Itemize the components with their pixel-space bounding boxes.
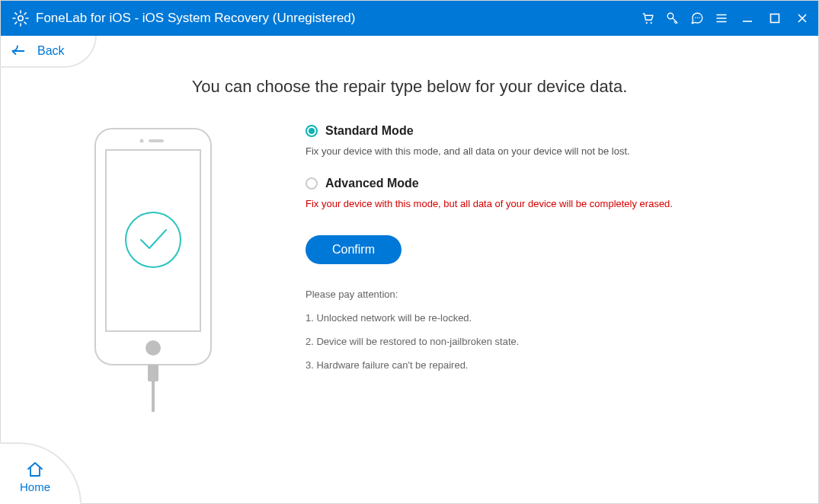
advanced-mode-label: Advanced Mode bbox=[325, 177, 419, 190]
advanced-mode-option[interactable]: Advanced Mode bbox=[306, 177, 773, 190]
back-arrow-icon bbox=[10, 45, 25, 57]
back-button[interactable]: Back bbox=[0, 36, 97, 68]
standard-mode-description: Fix your device with this mode, and all … bbox=[306, 145, 773, 157]
svg-point-0 bbox=[18, 16, 23, 21]
home-icon bbox=[26, 461, 44, 479]
svg-rect-15 bbox=[152, 381, 155, 412]
svg-point-13 bbox=[146, 340, 161, 356]
feedback-icon[interactable] bbox=[690, 11, 704, 25]
back-label: Back bbox=[37, 44, 65, 58]
menu-icon[interactable] bbox=[715, 11, 728, 25]
svg-point-1 bbox=[646, 22, 648, 24]
content-area: Back You can choose the repair type belo… bbox=[1, 36, 818, 503]
attention-item-2: 2. Device will be restored to non-jailbr… bbox=[306, 336, 773, 347]
svg-rect-14 bbox=[148, 365, 158, 381]
standard-mode-label: Standard Mode bbox=[325, 124, 414, 138]
attention-item-3: 3. Hardware failure can't be repaired. bbox=[306, 359, 773, 371]
svg-rect-8 bbox=[95, 129, 211, 365]
confirm-button[interactable]: Confirm bbox=[306, 235, 402, 264]
window-minimize-button[interactable] bbox=[739, 11, 756, 25]
svg-point-5 bbox=[697, 18, 699, 19]
advanced-mode-description: Fix your device with this mode, but all … bbox=[306, 198, 773, 209]
home-label: Home bbox=[20, 480, 50, 493]
svg-rect-7 bbox=[771, 14, 779, 23]
standard-mode-option[interactable]: Standard Mode bbox=[306, 124, 773, 138]
radio-unselected-icon bbox=[306, 177, 318, 190]
svg-point-9 bbox=[140, 139, 144, 143]
window-title: FoneLab for iOS - iOS System Recovery (U… bbox=[36, 11, 641, 26]
device-illustration bbox=[1, 120, 306, 503]
window-maximize-button[interactable] bbox=[766, 11, 783, 25]
svg-point-12 bbox=[126, 212, 181, 267]
attention-item-1: 1. Unlocked network will be re-locked. bbox=[306, 312, 773, 324]
svg-rect-11 bbox=[106, 150, 200, 331]
titlebar: FoneLab for iOS - iOS System Recovery (U… bbox=[1, 1, 818, 36]
key-icon[interactable] bbox=[666, 11, 680, 25]
app-gear-icon bbox=[11, 9, 30, 27]
svg-point-6 bbox=[699, 18, 700, 19]
attention-title: Please pay attention: bbox=[306, 289, 773, 300]
svg-point-4 bbox=[695, 18, 696, 19]
svg-point-2 bbox=[651, 22, 652, 24]
radio-selected-icon bbox=[306, 125, 318, 137]
window-close-button[interactable] bbox=[794, 11, 811, 25]
page-heading: You can choose the repair type below for… bbox=[1, 77, 818, 97]
svg-rect-10 bbox=[149, 139, 164, 142]
cart-icon[interactable] bbox=[641, 11, 655, 25]
